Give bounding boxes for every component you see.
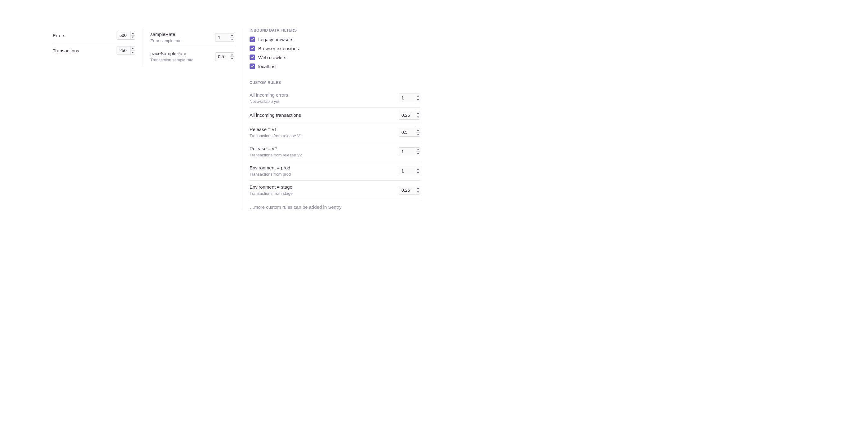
rule-stepper[interactable] (399, 167, 421, 175)
rule-step-down[interactable] (416, 152, 420, 156)
filter-label: Legacy browsers (258, 36, 293, 43)
transactions-step-up[interactable] (131, 46, 135, 51)
trace-sample-rate-step-down[interactable] (230, 57, 234, 61)
rule-label: Environment = prod (250, 165, 291, 171)
filters-rules-column: INBOUND DATA FILTERS Legacy browsers Bro… (242, 28, 421, 210)
rule-stepper[interactable] (399, 128, 421, 137)
rule-env-stage: Environment = stage Transactions from st… (250, 180, 421, 200)
rule-step-up[interactable] (416, 148, 420, 152)
rule-stepper[interactable] (399, 186, 421, 195)
trace-sample-rate-sub: Transaction sample rate (150, 57, 193, 63)
rule-step-up[interactable] (416, 186, 420, 191)
errors-step-up[interactable] (131, 31, 135, 36)
errors-label: Errors (53, 32, 65, 39)
transactions-row: Transactions (53, 43, 135, 58)
rule-sub: Transactions from stage (250, 191, 292, 196)
errors-step-down[interactable] (131, 36, 135, 40)
filter-label: Web crawlers (258, 54, 286, 61)
filter-label: Browser extensions (258, 45, 299, 52)
errors-row: Errors (53, 28, 135, 43)
rule-sub: Transactions from release V2 (250, 152, 302, 158)
sample-rate-stepper[interactable] (215, 33, 235, 42)
quota-column: Errors Transactions (53, 28, 143, 58)
transactions-label: Transactions (53, 47, 79, 54)
inbound-filters-header: INBOUND DATA FILTERS (250, 28, 421, 33)
checkbox-icon[interactable] (250, 55, 255, 60)
more-rules-text: …more custom rules can be added in Sentr… (250, 200, 421, 210)
trace-sample-rate-step-up[interactable] (230, 53, 234, 57)
trace-sample-rate-row: traceSampleRate Transaction sample rate (150, 47, 235, 66)
inbound-filters-list: Legacy browsers Browser extensions Web c… (250, 36, 421, 70)
rule-env-prod: Environment = prod Transactions from pro… (250, 161, 421, 180)
sample-rate-row: sampleRate Error sample rate (150, 28, 235, 47)
rule-step-down[interactable] (416, 133, 420, 137)
rule-step-down[interactable] (416, 98, 420, 102)
sample-rate-column: sampleRate Error sample rate traceSample… (143, 28, 242, 66)
rule-release-v2: Release = v2 Transactions from release V… (250, 142, 421, 161)
rule-sub: Transactions from release V1 (250, 133, 302, 139)
trace-sample-rate-stepper[interactable] (215, 53, 235, 61)
rule-step-up[interactable] (416, 128, 420, 133)
errors-stepper[interactable] (117, 31, 135, 40)
filter-browser-extensions[interactable]: Browser extensions (250, 45, 421, 52)
rule-step-down[interactable] (416, 115, 420, 119)
custom-rules-header: CUSTOM RULES (250, 80, 421, 85)
rule-step-down[interactable] (416, 171, 420, 175)
filter-label: localhost (258, 63, 277, 70)
rule-release-v1: Release = v1 Transactions from release V… (250, 123, 421, 142)
filter-web-crawlers[interactable]: Web crawlers (250, 54, 421, 61)
rule-sub: Not available yet (250, 99, 288, 104)
rule-label: Release = v2 (250, 145, 302, 152)
checkbox-icon[interactable] (250, 37, 255, 42)
rule-label: Environment = stage (250, 184, 292, 190)
rule-step-up[interactable] (416, 111, 420, 115)
sample-rate-step-down[interactable] (230, 37, 234, 41)
trace-sample-rate-label: traceSampleRate (150, 50, 193, 57)
filter-legacy-browsers[interactable]: Legacy browsers (250, 36, 421, 43)
rule-step-up[interactable] (416, 94, 420, 98)
rule-sub: Transactions from prod (250, 172, 291, 177)
rule-all-errors: All incoming errors Not available yet (250, 89, 421, 108)
rule-label: Release = v1 (250, 126, 302, 133)
rule-step-down[interactable] (416, 190, 420, 194)
transactions-stepper[interactable] (117, 46, 135, 55)
rule-stepper[interactable] (399, 147, 421, 156)
rule-stepper[interactable] (399, 94, 421, 102)
sample-rate-step-up[interactable] (230, 33, 234, 38)
rule-all-transactions: All incoming transactions (250, 108, 421, 123)
sample-rate-label: sampleRate (150, 31, 181, 37)
rule-step-up[interactable] (416, 167, 420, 171)
rule-label: All incoming transactions (250, 112, 301, 118)
checkbox-icon[interactable] (250, 64, 255, 69)
checkbox-icon[interactable] (250, 45, 255, 51)
filter-localhost[interactable]: localhost (250, 63, 421, 70)
sample-rate-sub: Error sample rate (150, 38, 181, 44)
transactions-step-down[interactable] (131, 51, 135, 55)
rule-label: All incoming errors (250, 92, 288, 98)
rule-stepper[interactable] (399, 111, 421, 119)
